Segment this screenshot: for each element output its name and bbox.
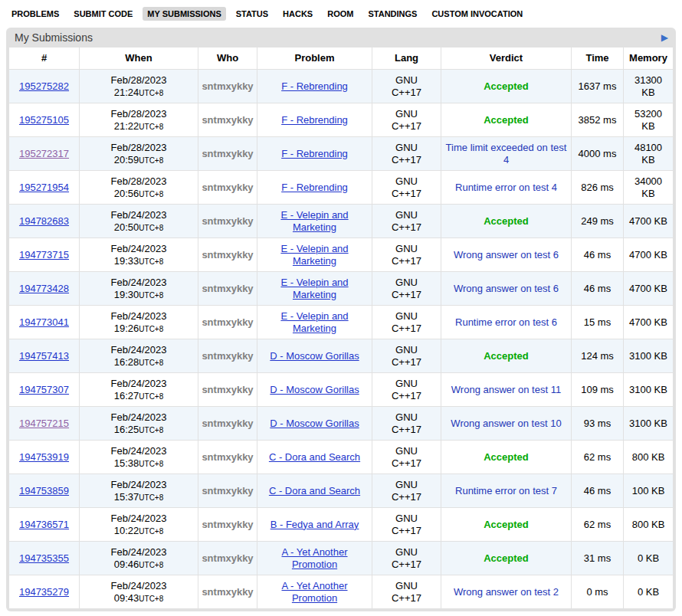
submission-id-link[interactable]: 194757215 (19, 418, 69, 429)
user-link[interactable]: sntmxykky (202, 350, 253, 362)
exec-time-cell: 62 ms (572, 508, 624, 542)
when-cell: Feb/24/202310:22UTC+8 (80, 508, 198, 542)
user-link[interactable]: sntmxykky (202, 283, 253, 294)
submission-id-link[interactable]: 194753919 (19, 451, 69, 463)
submission-id-link[interactable]: 194773041 (19, 316, 69, 328)
problem-link[interactable]: D - Moscow Gorillas (270, 350, 359, 362)
timezone-text: UTC+8 (139, 392, 163, 401)
memory-cell: 0 KB (624, 575, 674, 609)
problem-link[interactable]: E - Velepin and Marketing (280, 277, 348, 300)
problem-link[interactable]: B - Fedya and Array (271, 519, 359, 530)
nav-tab-submit-code[interactable]: SUBMIT CODE (69, 7, 137, 21)
problem-link[interactable]: A - Yet Another Promotion (281, 546, 347, 570)
user-link[interactable]: sntmxykky (202, 114, 253, 126)
when-cell: Feb/24/202315:38UTC+8 (80, 441, 198, 474)
user-link[interactable]: sntmxykky (202, 552, 253, 564)
exec-time-cell: 46 ms (572, 272, 624, 306)
when-cell: Feb/24/202316:28UTC+8 (80, 339, 198, 373)
user-link[interactable]: sntmxykky (202, 182, 253, 193)
nav-tab-my-submissions[interactable]: MY SUBMISSIONS (143, 7, 225, 21)
submission-row: 195271954Feb/28/202320:56UTC+8sntmxykkyF… (9, 171, 674, 205)
submission-id-link[interactable]: 194773715 (19, 249, 69, 260)
when-cell: Feb/28/202320:56UTC+8 (80, 171, 198, 205)
time-text: 16:27UTC+8 (83, 390, 195, 402)
nav-tab-standings[interactable]: STANDINGS (363, 7, 421, 21)
problem-link[interactable]: C - Dora and Search (269, 451, 360, 463)
nav-tab-problems[interactable]: PROBLEMS (7, 7, 64, 21)
date-text: Feb/24/2023 (83, 479, 195, 491)
submission-row: 194735279Feb/24/202309:43UTC+8sntmxykkyA… (9, 575, 674, 609)
lang-text: GNU C++17 (389, 546, 425, 572)
nav-tab-hacks[interactable]: HACKS (278, 7, 317, 21)
submission-id-link[interactable]: 194782683 (19, 215, 69, 227)
problem-cell: B - Fedya and Array (257, 508, 372, 542)
verdict-cell: Accepted (441, 103, 572, 137)
submission-id-link[interactable]: 195271954 (19, 182, 69, 193)
exec-time-cell: 62 ms (572, 441, 624, 474)
submission-id-link[interactable]: 194736571 (19, 519, 69, 530)
verdict-cell: Accepted (441, 542, 572, 575)
problem-link[interactable]: D - Moscow Gorillas (270, 384, 359, 395)
exec-time-cell: 93 ms (572, 407, 624, 441)
user-link[interactable]: sntmxykky (202, 148, 253, 159)
when-cell: Feb/24/202319:33UTC+8 (80, 238, 198, 272)
user-link[interactable]: sntmxykky (202, 249, 253, 260)
lang-text: GNU C++17 (389, 175, 425, 201)
date-text: Feb/28/2023 (83, 175, 195, 188)
who-cell: sntmxykky (198, 474, 257, 508)
submissions-body: 195275282Feb/28/202321:24UTC+8sntmxykkyF… (9, 70, 674, 609)
submission-id-link[interactable]: 195275105 (19, 114, 69, 126)
when-cell: Feb/24/202316:27UTC+8 (80, 373, 198, 407)
user-link[interactable]: sntmxykky (202, 80, 253, 92)
user-link[interactable]: sntmxykky (202, 418, 253, 429)
time-text: 20:59UTC+8 (83, 154, 195, 166)
submission-id-cell: 195275282 (9, 70, 80, 103)
problem-link[interactable]: D - Moscow Gorillas (270, 418, 359, 429)
submission-id-link[interactable]: 194757307 (19, 384, 69, 395)
submission-id-link[interactable]: 195272317 (19, 148, 69, 159)
problem-link[interactable]: F - Rebrending (281, 114, 348, 126)
exec-time-cell: 46 ms (572, 474, 624, 508)
nav-tab-status[interactable]: STATUS (231, 7, 273, 21)
memory-cell: 3100 KB (624, 373, 674, 407)
problem-link[interactable]: E - Velepin and Marketing (280, 243, 348, 267)
time-text: 16:25UTC+8 (83, 424, 195, 436)
problem-link[interactable]: E - Velepin and Marketing (280, 310, 348, 334)
user-link[interactable]: sntmxykky (202, 215, 253, 227)
expand-arrow-icon[interactable]: ▶ (661, 33, 668, 42)
problem-link[interactable]: F - Rebrending (281, 182, 348, 193)
problem-link[interactable]: E - Velepin and Marketing (280, 209, 348, 233)
time-text: 20:56UTC+8 (83, 188, 195, 200)
user-link[interactable]: sntmxykky (202, 316, 253, 328)
when-cell: Feb/24/202309:43UTC+8 (80, 575, 198, 609)
date-text: Feb/28/2023 (83, 142, 195, 154)
who-cell: sntmxykky (198, 70, 257, 103)
exec-time-cell: 0 ms (572, 575, 624, 609)
submission-id-cell: 194735279 (9, 575, 80, 609)
verdict-cell: Wrong answer on test 2 (441, 575, 572, 609)
verdict-text: Wrong answer on test 6 (454, 249, 559, 260)
nav-tab-room[interactable]: ROOM (323, 7, 358, 21)
problem-link[interactable]: C - Dora and Search (269, 485, 360, 496)
user-link[interactable]: sntmxykky (202, 586, 253, 598)
problem-link[interactable]: F - Rebrending (281, 80, 348, 92)
problem-link[interactable]: F - Rebrending (281, 148, 348, 159)
nav-tab-custom-invocation[interactable]: CUSTOM INVOCATION (427, 7, 527, 21)
verdict-text: Wrong answer on test 6 (454, 283, 559, 294)
submission-id-link[interactable]: 194735355 (19, 552, 69, 564)
user-link[interactable]: sntmxykky (202, 384, 253, 395)
user-link[interactable]: sntmxykky (202, 485, 253, 496)
user-link[interactable]: sntmxykky (202, 519, 253, 530)
submission-id-link[interactable]: 194757413 (19, 350, 69, 362)
who-cell: sntmxykky (198, 542, 257, 575)
user-link[interactable]: sntmxykky (202, 451, 253, 463)
problem-cell: A - Yet Another Promotion (257, 575, 372, 609)
submission-id-cell: 194757215 (9, 407, 80, 441)
submission-id-link[interactable]: 194735279 (19, 586, 69, 598)
submission-id-link[interactable]: 194773428 (19, 283, 69, 294)
submission-id-link[interactable]: 195275282 (19, 80, 69, 92)
submission-id-cell: 194773428 (9, 272, 80, 306)
when-cell: Feb/28/202321:22UTC+8 (80, 103, 198, 137)
submission-id-link[interactable]: 194753859 (19, 485, 69, 496)
problem-link[interactable]: A - Yet Another Promotion (281, 580, 347, 604)
